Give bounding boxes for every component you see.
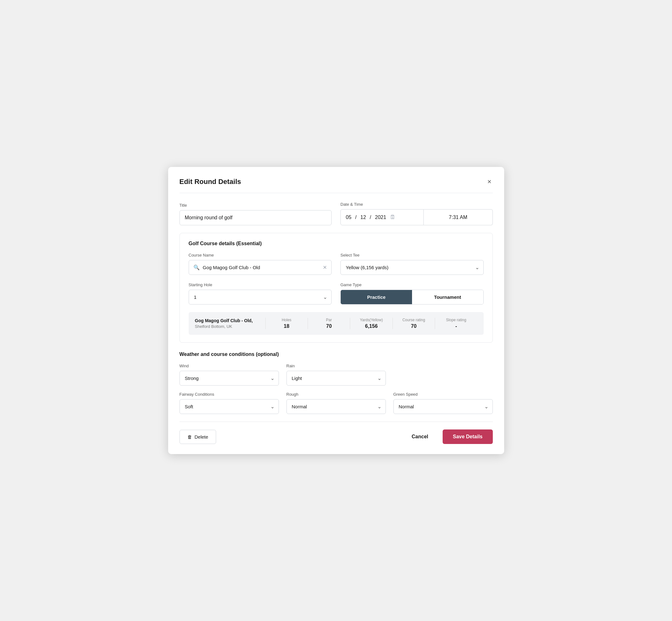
par-stat: Par 70 — [307, 318, 350, 329]
select-tee-group: Select Tee Yellow (6,156 yards) White Re… — [340, 253, 484, 275]
date-month: 05 — [346, 215, 351, 220]
course-rating-value: 70 — [411, 323, 417, 329]
select-tee-wrap: Yellow (6,156 yards) White Red Blue ⌄ — [340, 260, 484, 275]
slope-rating-value: - — [455, 323, 457, 329]
title-label: Title — [179, 203, 332, 208]
close-button[interactable]: × — [486, 177, 493, 187]
rain-label: Rain — [287, 364, 386, 368]
course-info-name: Gog Magog Golf Club - Old, Shelford Bott… — [195, 318, 265, 329]
clear-icon[interactable]: ✕ — [323, 264, 327, 271]
select-tee-dropdown[interactable]: Yellow (6,156 yards) White Red Blue — [340, 260, 484, 275]
date-input[interactable]: 05 / 12 / 2021 🗓 — [340, 209, 424, 225]
date-time-inputs: 05 / 12 / 2021 🗓 7:31 AM — [340, 209, 493, 225]
date-sep1: / — [355, 215, 356, 220]
slope-rating-stat: Slope rating - — [435, 318, 477, 329]
search-icon: 🔍 — [194, 264, 200, 271]
title-input[interactable] — [179, 210, 332, 225]
fairway-select-wrap: DryFirmNormalSoftWet ⌄ — [179, 399, 279, 414]
select-tee-label: Select Tee — [340, 253, 484, 257]
green-speed-dropdown[interactable]: SlowNormalFastVery Fast — [393, 399, 493, 414]
weather-section-title: Weather and course conditions (optional) — [179, 351, 493, 357]
title-date-row: Title Date & Time 05 / 12 / 2021 🗓 7:31 … — [179, 202, 493, 225]
fairway-rough-green-row: Fairway Conditions DryFirmNormalSoftWet … — [179, 392, 493, 414]
wind-select-wrap: NoneLightModerateStrongVery Strong ⌄ — [179, 371, 279, 385]
fairway-dropdown[interactable]: DryFirmNormalSoftWet — [179, 399, 279, 414]
course-name-group: Course Name 🔍 ✕ — [189, 253, 332, 275]
course-location: Shelford Bottom, UK — [195, 324, 265, 329]
par-value: 70 — [326, 323, 332, 329]
footer-right: Cancel Save Details — [406, 429, 493, 444]
yards-stat: Yards(Yellow) 6,156 — [350, 318, 392, 329]
trash-icon: 🗑 — [187, 434, 192, 440]
spacer — [393, 364, 493, 385]
calendar-icon: 🗓 — [390, 214, 395, 220]
save-button[interactable]: Save Details — [443, 429, 493, 444]
date-sep2: / — [370, 215, 371, 220]
time-value: 7:31 AM — [449, 215, 468, 220]
cancel-button[interactable]: Cancel — [406, 430, 434, 444]
wind-rain-row: Wind NoneLightModerateStrongVery Strong … — [179, 364, 493, 385]
rough-select-wrap: ShortNormalLongVery Long ⌄ — [287, 399, 386, 414]
footer-row: 🗑 Delete Cancel Save Details — [179, 422, 493, 444]
modal-header: Edit Round Details × — [179, 177, 493, 193]
golf-course-title: Golf Course details (Essential) — [189, 241, 484, 246]
wind-label: Wind — [179, 364, 279, 368]
modal-title: Edit Round Details — [179, 178, 241, 186]
wind-group: Wind NoneLightModerateStrongVery Strong … — [179, 364, 279, 385]
practice-button[interactable]: Practice — [341, 290, 412, 304]
delete-label: Delete — [195, 434, 208, 440]
delete-button[interactable]: 🗑 Delete — [179, 430, 216, 444]
course-rating-stat: Course rating 70 — [392, 318, 435, 329]
course-name-label: Course Name — [189, 253, 332, 257]
course-rating-label: Course rating — [402, 318, 425, 322]
rough-group: Rough ShortNormalLongVery Long ⌄ — [287, 392, 386, 414]
fairway-group: Fairway Conditions DryFirmNormalSoftWet … — [179, 392, 279, 414]
course-search-input[interactable] — [203, 265, 320, 270]
game-type-group: Game Type Practice Tournament — [340, 282, 484, 304]
game-type-toggle: Practice Tournament — [340, 290, 484, 304]
course-name-display: Gog Magog Golf Club - Old, — [195, 318, 265, 323]
yards-value: 6,156 — [365, 323, 378, 329]
holes-stat: Holes 18 — [265, 318, 307, 329]
edit-round-modal: Edit Round Details × Title Date & Time 0… — [168, 167, 504, 454]
rain-dropdown[interactable]: NoneLightModerateHeavy — [287, 371, 386, 385]
course-tee-row: Course Name 🔍 ✕ Select Tee Yellow (6,156… — [189, 253, 484, 275]
date-day: 12 — [360, 215, 366, 220]
rough-label: Rough — [287, 392, 386, 397]
starting-hole-group: Starting Hole 1234 5678 910 ⌄ — [189, 282, 332, 304]
green-speed-select-wrap: SlowNormalFastVery Fast ⌄ — [393, 399, 493, 414]
weather-section: Weather and course conditions (optional)… — [179, 351, 493, 414]
slope-rating-label: Slope rating — [446, 318, 466, 322]
yards-label: Yards(Yellow) — [360, 318, 383, 322]
date-time-label: Date & Time — [340, 202, 493, 207]
starting-hole-label: Starting Hole — [189, 282, 332, 287]
green-speed-label: Green Speed — [393, 392, 493, 397]
rain-select-wrap: NoneLightModerateHeavy ⌄ — [287, 371, 386, 385]
course-search-wrap: 🔍 ✕ — [189, 260, 332, 275]
date-time-group: Date & Time 05 / 12 / 2021 🗓 7:31 AM — [340, 202, 493, 225]
date-year: 2021 — [375, 215, 386, 220]
rough-dropdown[interactable]: ShortNormalLongVery Long — [287, 399, 386, 414]
green-speed-group: Green Speed SlowNormalFastVery Fast ⌄ — [393, 392, 493, 414]
title-group: Title — [179, 203, 332, 225]
fairway-label: Fairway Conditions — [179, 392, 279, 397]
hole-gametype-row: Starting Hole 1234 5678 910 ⌄ Game Type … — [189, 282, 484, 304]
wind-dropdown[interactable]: NoneLightModerateStrongVery Strong — [179, 371, 279, 385]
holes-value: 18 — [284, 323, 289, 329]
tournament-button[interactable]: Tournament — [412, 290, 483, 304]
game-type-label: Game Type — [340, 282, 484, 287]
rain-group: Rain NoneLightModerateHeavy ⌄ — [287, 364, 386, 385]
holes-label: Holes — [282, 318, 292, 322]
starting-hole-wrap: 1234 5678 910 ⌄ — [189, 290, 332, 304]
course-info-bar: Gog Magog Golf Club - Old, Shelford Bott… — [189, 312, 484, 335]
par-label: Par — [326, 318, 332, 322]
time-input[interactable]: 7:31 AM — [424, 209, 493, 225]
starting-hole-dropdown[interactable]: 1234 5678 910 — [189, 290, 332, 304]
golf-course-section: Golf Course details (Essential) Course N… — [179, 233, 493, 343]
